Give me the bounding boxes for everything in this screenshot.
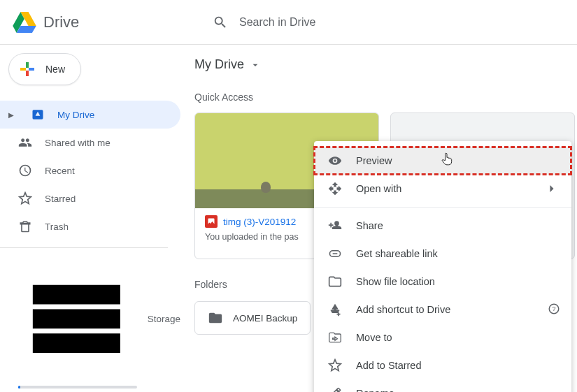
drive-logo-icon bbox=[13, 12, 36, 33]
ctx-share[interactable]: Share bbox=[314, 212, 571, 240]
star-icon bbox=[18, 191, 32, 205]
ctx-label: Rename bbox=[356, 388, 394, 392]
open-with-icon bbox=[328, 182, 342, 196]
help-icon[interactable]: ? bbox=[548, 303, 560, 317]
ctx-label: Open with bbox=[356, 183, 401, 194]
people-icon bbox=[18, 136, 32, 150]
ctx-label: Move to bbox=[356, 332, 392, 343]
image-file-icon bbox=[205, 215, 218, 228]
ctx-rename[interactable]: Rename bbox=[314, 379, 571, 392]
person-add-icon bbox=[328, 219, 342, 233]
sidebar-item-label: Recent bbox=[45, 166, 75, 176]
app-name: Drive bbox=[43, 13, 79, 31]
ctx-label: Show file location bbox=[356, 276, 435, 287]
sidebar: New ▶ My Drive Shared with me Recent Sta… bbox=[0, 45, 180, 392]
folder-outline-icon bbox=[328, 275, 342, 289]
sidebar-item-label: Shared with me bbox=[45, 138, 111, 148]
new-button-label: New bbox=[45, 64, 65, 75]
breadcrumb-label: My Drive bbox=[194, 57, 244, 72]
ctx-shareable-link[interactable]: Get shareable link bbox=[314, 240, 571, 268]
trash-icon bbox=[18, 219, 32, 233]
chevron-right-icon bbox=[545, 182, 559, 196]
sidebar-item-recent[interactable]: Recent bbox=[0, 157, 180, 184]
sidebar-item-my-drive[interactable]: ▶ My Drive bbox=[0, 101, 180, 129]
folder-item[interactable]: AOMEI Backup bbox=[194, 301, 311, 335]
sidebar-item-starred[interactable]: Starred bbox=[0, 184, 180, 212]
sidebar-item-trash[interactable]: Trash bbox=[0, 212, 180, 240]
ctx-add-starred[interactable]: Add to Starred bbox=[314, 351, 571, 379]
ctx-add-shortcut[interactable]: Add shortcut to Drive ? bbox=[314, 296, 571, 324]
move-icon bbox=[328, 331, 342, 344]
star-outline-icon bbox=[328, 358, 342, 372]
link-icon bbox=[328, 247, 342, 261]
clock-icon bbox=[18, 164, 32, 177]
sidebar-item-label: Trash bbox=[45, 222, 69, 232]
divider bbox=[314, 207, 571, 208]
ctx-move-to[interactable]: Move to bbox=[314, 324, 571, 351]
search-placeholder: Search in Drive bbox=[239, 16, 315, 29]
drive-add-icon bbox=[328, 303, 342, 317]
nav-list: ▶ My Drive Shared with me Recent Starred… bbox=[0, 101, 180, 392]
divider bbox=[0, 247, 168, 248]
storage-icon bbox=[18, 261, 135, 377]
ctx-label: Add to Starred bbox=[356, 360, 422, 371]
folder-name: AOMEI Backup bbox=[233, 313, 297, 324]
breadcrumb[interactable]: My Drive bbox=[194, 57, 577, 72]
ctx-show-location[interactable]: Show file location bbox=[314, 268, 571, 296]
sidebar-item-shared[interactable]: Shared with me bbox=[0, 129, 180, 157]
sidebar-item-storage[interactable]: Storage bbox=[18, 261, 180, 377]
storage-bar bbox=[18, 386, 137, 389]
rename-icon bbox=[328, 386, 342, 392]
sidebar-item-label: Starred bbox=[45, 194, 76, 204]
storage-label: Storage bbox=[148, 314, 180, 324]
logo-area[interactable]: Drive bbox=[0, 12, 196, 33]
ctx-preview[interactable]: Preview bbox=[314, 147, 571, 175]
quick-card-title: timg (3)-V201912 bbox=[223, 217, 296, 227]
cursor-hand-icon bbox=[440, 152, 454, 166]
ctx-label: Share bbox=[356, 220, 383, 231]
sidebar-item-label: My Drive bbox=[57, 110, 94, 120]
caret-down-icon bbox=[250, 59, 261, 71]
ctx-open-with[interactable]: Open with bbox=[314, 175, 571, 203]
search-icon bbox=[213, 15, 228, 30]
svg-text:?: ? bbox=[552, 305, 555, 312]
plus-icon bbox=[19, 61, 36, 78]
quick-access-title: Quick Access bbox=[194, 92, 577, 103]
folder-icon bbox=[208, 310, 223, 326]
eye-icon bbox=[328, 154, 342, 168]
ctx-label: Get shareable link bbox=[356, 248, 438, 259]
new-button[interactable]: New bbox=[8, 53, 81, 85]
context-menu: Preview Open with Share Get shareable li… bbox=[314, 141, 571, 392]
app-header: Drive Search in Drive bbox=[0, 0, 577, 45]
storage-section: Storage 11.2 MB of 15 GB used Buy storag… bbox=[0, 255, 180, 392]
ctx-label: Preview bbox=[356, 155, 392, 166]
drive-folder-icon bbox=[31, 108, 45, 122]
search-bar[interactable]: Search in Drive bbox=[196, 15, 315, 30]
expand-arrow-icon[interactable]: ▶ bbox=[8, 111, 15, 119]
ctx-label: Add shortcut to Drive bbox=[356, 304, 450, 315]
